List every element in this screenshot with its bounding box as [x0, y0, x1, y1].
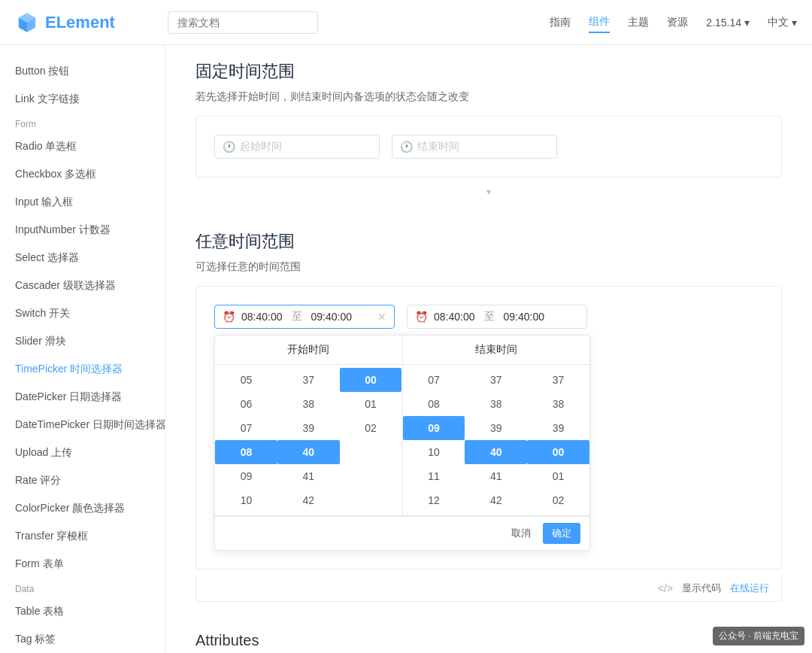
time-input-active[interactable]: ⏰ 08:40:00 至 09:40:00 ✕	[214, 305, 395, 329]
logo[interactable]: ELement	[15, 11, 115, 35]
sidebar-item-switch[interactable]: Switch 开关	[0, 299, 165, 327]
end-hour-09-selected[interactable]: 09	[403, 416, 465, 440]
picker-start-minutes[interactable]: 37 38 39 40 41 42 43	[277, 368, 340, 512]
start-time-value: 08:40:00	[241, 311, 283, 323]
sidebar-item-upload[interactable]: Upload 上传	[0, 439, 165, 466]
picker-end-title: 结束时间	[403, 336, 590, 365]
end-hour-10[interactable]: 10	[403, 440, 465, 464]
hour-06[interactable]: 06	[215, 392, 277, 416]
fixed-range-row: 🕐 起始时间 🕐 结束时间	[214, 135, 763, 159]
picker-start-hours[interactable]: 05 06 07 08 09 10 11	[215, 368, 277, 512]
nav-components[interactable]: 组件	[589, 12, 610, 33]
sec-02-start[interactable]: 02	[340, 416, 402, 440]
show-code-button[interactable]: 显示代码	[682, 582, 721, 595]
min-38-start[interactable]: 38	[277, 392, 340, 416]
sidebar-item-input[interactable]: Input 输入框	[0, 188, 165, 216]
search-input[interactable]	[168, 11, 318, 34]
nav-theme[interactable]: 主题	[628, 13, 649, 32]
end-sec-00-selected[interactable]: 00	[527, 440, 589, 464]
fixed-end-input[interactable]: 🕐 结束时间	[392, 135, 557, 159]
arbitrary-range-section: 任意时间范围 可选择任意的时间范围 ⏰ 08:40:00 至 09:40:00 …	[195, 230, 782, 602]
sidebar-item-table[interactable]: Table 表格	[0, 597, 165, 625]
min-39-start[interactable]: 39	[277, 416, 340, 440]
end-time-value: 09:40:00	[311, 311, 353, 323]
sidebar-item-rate[interactable]: Rate 评分	[0, 466, 165, 494]
end-min-42[interactable]: 42	[465, 488, 527, 512]
sidebar-item-link[interactable]: Link 文字链接	[0, 85, 165, 113]
end-sec-38[interactable]: 38	[527, 392, 589, 416]
fixed-end-placeholder: 结束时间	[417, 140, 459, 153]
picker-end-minutes[interactable]: 37 38 39 40 41 42 43	[465, 368, 527, 512]
end-min-40-selected[interactable]: 40	[465, 440, 527, 464]
end-min-38[interactable]: 38	[465, 392, 527, 416]
nav-resources[interactable]: 资源	[667, 13, 688, 32]
version-selector[interactable]: 2.15.14 ▾	[706, 17, 750, 29]
sec-00-start-selected[interactable]: 00	[340, 368, 402, 392]
arbitrary-range-title: 任意时间范围	[195, 230, 782, 253]
dropdown-arrow-1: ▾	[195, 184, 782, 200]
chevron-down-icon: ▾	[792, 17, 797, 29]
sidebar-item-slider[interactable]: Slider 滑块	[0, 327, 165, 355]
clock-icon: 🕐	[223, 141, 235, 153]
chevron-down-icon: ▾	[744, 17, 750, 29]
sidebar-item-select[interactable]: Select 选择器	[0, 244, 165, 272]
confirm-button[interactable]: 确定	[543, 523, 580, 544]
clock-icon: ⏰	[223, 311, 235, 323]
sidebar-item-inputnumber[interactable]: InputNumber 计数器	[0, 216, 165, 244]
clock-icon: ⏰	[415, 311, 428, 323]
hour-05[interactable]: 05	[215, 368, 277, 392]
language-text: 中文	[768, 16, 789, 29]
sidebar-item-colorpicker[interactable]: ColorPicker 颜色选择器	[0, 494, 165, 522]
sidebar-section-form: Form	[0, 113, 165, 132]
end-sec-02[interactable]: 02	[527, 488, 589, 512]
hour-07[interactable]: 07	[215, 416, 277, 440]
language-selector[interactable]: 中文 ▾	[768, 16, 797, 29]
end-hour-11[interactable]: 11	[403, 464, 465, 488]
header: ELement 指南 组件 主题 资源 2.15.14 ▾ 中文 ▾	[0, 0, 812, 45]
sidebar-item-cascader[interactable]: Cascader 级联选择器	[0, 272, 165, 299]
hour-09[interactable]: 09	[215, 464, 277, 488]
sec-01-start[interactable]: 01	[340, 392, 402, 416]
version-text: 2.15.14	[706, 17, 741, 29]
sidebar-item-form[interactable]: Form 表单	[0, 550, 165, 578]
min-40-start-selected[interactable]: 40	[277, 440, 340, 464]
picker-dropdown: 开始时间 05 06 07 08 09 10 11	[214, 335, 590, 551]
end-sec-01[interactable]: 01	[527, 464, 589, 488]
sidebar-item-button[interactable]: Button 按钮	[0, 57, 165, 85]
end-hour-07[interactable]: 07	[403, 368, 465, 392]
min-41-start[interactable]: 41	[277, 464, 340, 488]
nav-guide[interactable]: 指南	[550, 13, 571, 32]
sidebar-item-transfer[interactable]: Transfer 穿梭框	[0, 522, 165, 550]
sidebar-item-datetimepicker[interactable]: DateTimePicker 日期时间选择器	[0, 411, 165, 439]
end-min-37[interactable]: 37	[465, 368, 527, 392]
picker-end-seconds[interactable]: 37 38 39 00 01 02 03	[527, 368, 589, 512]
clear-icon[interactable]: ✕	[377, 311, 386, 323]
clock-icon: 🕐	[400, 141, 413, 153]
end-min-41[interactable]: 41	[465, 464, 527, 488]
min-37-start[interactable]: 37	[277, 368, 340, 392]
sidebar-item-tag[interactable]: Tag 标签	[0, 625, 165, 653]
min-42-start[interactable]: 42	[277, 488, 340, 512]
hour-10[interactable]: 10	[215, 488, 277, 512]
layout: Button 按钮 Link 文字链接 Form Radio 单选框 Check…	[0, 45, 812, 653]
end-sec-37[interactable]: 37	[527, 368, 589, 392]
time-input-inactive[interactable]: ⏰ 08:40:00 至 09:40:00	[407, 305, 587, 329]
picker-start-seconds[interactable]: 00 01 02	[340, 368, 402, 512]
picker-end-hours[interactable]: 07 08 09 10 11 12 13	[403, 368, 465, 512]
end-hour-08[interactable]: 08	[403, 392, 465, 416]
end-min-39[interactable]: 39	[465, 416, 527, 440]
fixed-start-input[interactable]: 🕐 起始时间	[214, 135, 380, 159]
fixed-range-section: 固定时间范围 若先选择开始时间，则结束时间内备选项的状态会随之改变 🕐 起始时间…	[195, 60, 782, 200]
sidebar-item-checkbox[interactable]: Checkbox 多选框	[0, 160, 165, 188]
code-icon: </>	[658, 582, 673, 594]
cancel-button[interactable]: 取消	[505, 524, 537, 543]
end-hour-12[interactable]: 12	[403, 488, 465, 512]
picker-start-title: 开始时间	[215, 336, 402, 365]
hour-08-selected[interactable]: 08	[215, 440, 277, 464]
sidebar-item-datepicker[interactable]: DatePicker 日期选择器	[0, 383, 165, 411]
sidebar-item-timepicker[interactable]: TimePicker 时间选择器	[0, 355, 165, 383]
run-online-button[interactable]: 在线运行	[730, 582, 769, 595]
fixed-start-placeholder: 起始时间	[240, 140, 282, 153]
end-sec-39[interactable]: 39	[527, 416, 589, 440]
sidebar-item-radio[interactable]: Radio 单选框	[0, 132, 165, 160]
